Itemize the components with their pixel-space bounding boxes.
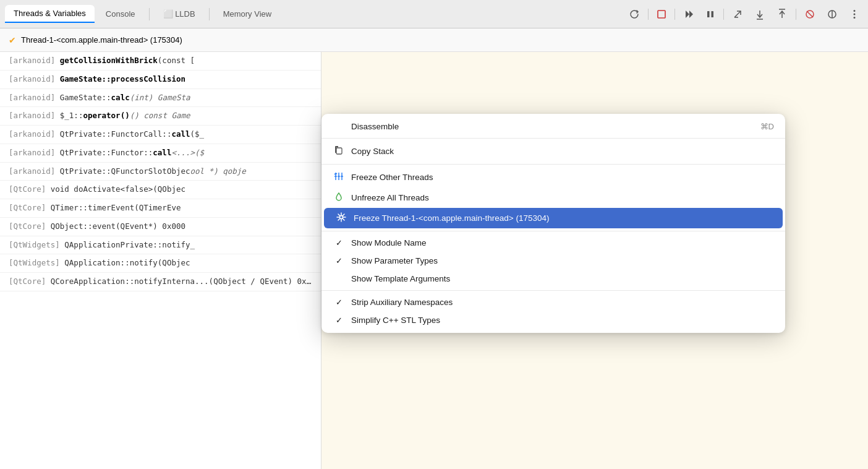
- tab-divider-2: [209, 8, 210, 20]
- menu-separator-1: [321, 138, 785, 139]
- step-into-button[interactable]: [751, 6, 768, 22]
- step-over-button[interactable]: [729, 6, 746, 22]
- freeze-bars-icon: [333, 171, 345, 183]
- svg-rect-4: [712, 11, 714, 17]
- thread-label: Thread-1-<com.apple.main-thread> (175304…: [21, 35, 182, 45]
- toolbar-sep-3: [723, 9, 724, 20]
- refresh-button[interactable]: [626, 6, 643, 22]
- toolbar-sep-2: [674, 9, 675, 20]
- menu-separator-4: [321, 290, 785, 291]
- menu-item-label: Show Parameter Types: [351, 256, 438, 265]
- stack-row[interactable]: [arkanoid] GameState::processCollision: [0, 71, 321, 89]
- stack-row[interactable]: [QtCore] void doActivate<false>(QObjec: [0, 181, 321, 199]
- menu-item-label: Show Module Name: [351, 238, 427, 247]
- menu-separator-2: [321, 164, 785, 165]
- pause-button[interactable]: [702, 7, 718, 22]
- svg-rect-17: [336, 148, 342, 154]
- svg-rect-0: [658, 11, 665, 18]
- menu-separator-3: [321, 231, 785, 231]
- check-icon: ✓: [333, 298, 345, 307]
- stack-row[interactable]: [QtCore] QObject::event(QEvent*) 0x000: [0, 218, 321, 236]
- disassemble-shortcut: ⌘D: [760, 122, 774, 131]
- menu-item-freeze-thread[interactable]: Freeze Thread-1-<com.apple.main-thread> …: [324, 208, 783, 228]
- clear-button[interactable]: [823, 6, 841, 22]
- stack-row[interactable]: [QtWidgets] QApplication::notify(QObjec: [0, 254, 321, 273]
- menu-item-unfreeze-all[interactable]: Unfreeze All Threads: [321, 187, 785, 208]
- stack-row[interactable]: [arkanoid] GameState::calc(int) GameSta: [0, 89, 321, 108]
- check-icon: ✓: [333, 238, 345, 247]
- svg-marker-2: [689, 11, 693, 18]
- record-button[interactable]: [801, 6, 819, 22]
- context-menu: Disassemble ⌘D Copy Stack Freeze Other T…: [321, 114, 785, 333]
- stack-row[interactable]: [arkanoid] getCollisionWithBrick(const [: [0, 52, 321, 71]
- stack-row[interactable]: [arkanoid] QtPrivate::QFunctorSlotObjeco…: [0, 163, 321, 181]
- main-area: [arkanoid] getCollisionWithBrick(const […: [0, 52, 868, 469]
- svg-point-16: [854, 17, 856, 19]
- continue-button[interactable]: [680, 6, 697, 22]
- stack-row[interactable]: [QtCore] QCoreApplication::notifyInterna…: [0, 273, 321, 291]
- menu-item-label: Strip Auxiliary Namespaces: [351, 298, 453, 307]
- tab-divider-1: [149, 8, 150, 20]
- snowflake-icon: [335, 212, 347, 224]
- stack-row[interactable]: [arkanoid] QtPrivate::Functor::call<...>…: [0, 144, 321, 163]
- menu-item-freeze-other[interactable]: Freeze Other Threads: [321, 167, 785, 187]
- toolbar-sep-1: [648, 9, 649, 20]
- svg-point-15: [854, 13, 856, 15]
- tab-lldb[interactable]: ⬜ LLDB: [155, 6, 204, 22]
- toolbar-right: [626, 6, 863, 22]
- menu-item-disassemble[interactable]: Disassemble ⌘D: [321, 118, 785, 136]
- menu-item-show-module[interactable]: ✓ Show Module Name: [321, 234, 785, 252]
- menu-item-show-param-types[interactable]: ✓ Show Parameter Types: [321, 252, 785, 270]
- menu-item-label: Disassemble: [351, 122, 399, 131]
- thread-bar: ✔ Thread-1-<com.apple.main-thread> (1753…: [0, 28, 868, 52]
- stack-row[interactable]: [arkanoid] QtPrivate::FunctorCall::call(…: [0, 126, 321, 144]
- svg-marker-1: [686, 11, 689, 18]
- menu-item-strip-ns[interactable]: ✓ Strip Auxiliary Namespaces: [321, 293, 785, 311]
- svg-point-30: [340, 216, 343, 219]
- tab-threads-variables[interactable]: Threads & Variables: [5, 5, 95, 23]
- check-icon: ✓: [333, 256, 345, 265]
- stop-button[interactable]: [653, 7, 670, 22]
- thread-checkmark-icon: ✔: [9, 35, 16, 45]
- stack-row[interactable]: [QtWidgets] QApplicationPrivate::notify_: [0, 236, 321, 255]
- step-out-button[interactable]: [773, 6, 791, 22]
- menu-item-label: Show Template Arguments: [351, 274, 450, 283]
- tab-memory-view[interactable]: Memory View: [215, 6, 281, 22]
- tab-bar: Threads & Variables Console ⬜ LLDB Memor…: [0, 0, 868, 28]
- svg-line-11: [807, 11, 813, 17]
- svg-point-14: [854, 10, 856, 12]
- menu-item-show-template[interactable]: ✓ Show Template Arguments: [321, 270, 785, 288]
- more-button[interactable]: [846, 6, 863, 22]
- stack-row[interactable]: [QtCore] QTimer::timerEvent(QTimerEve: [0, 199, 321, 218]
- stack-row[interactable]: [arkanoid] $_1::operator()() const Game: [0, 107, 321, 126]
- check-icon: ✓: [333, 316, 345, 325]
- svg-rect-3: [707, 11, 710, 17]
- menu-item-label: Unfreeze All Threads: [351, 193, 429, 202]
- menu-item-label: Copy Stack: [351, 147, 394, 156]
- menu-item-label: Freeze Other Threads: [351, 173, 433, 182]
- menu-item-copy-stack[interactable]: Copy Stack: [321, 141, 785, 161]
- stack-list[interactable]: [arkanoid] getCollisionWithBrick(const […: [0, 52, 321, 469]
- toolbar-sep-4: [796, 9, 796, 20]
- drop-icon: [333, 192, 345, 204]
- menu-item-label: Freeze Thread-1-<com.apple.main-thread> …: [354, 213, 549, 223]
- copy-icon: [333, 145, 345, 157]
- tab-console[interactable]: Console: [97, 6, 144, 22]
- menu-item-label: Simplify C++ STL Types: [351, 316, 440, 325]
- menu-item-simplify-stl[interactable]: ✓ Simplify C++ STL Types: [321, 311, 785, 329]
